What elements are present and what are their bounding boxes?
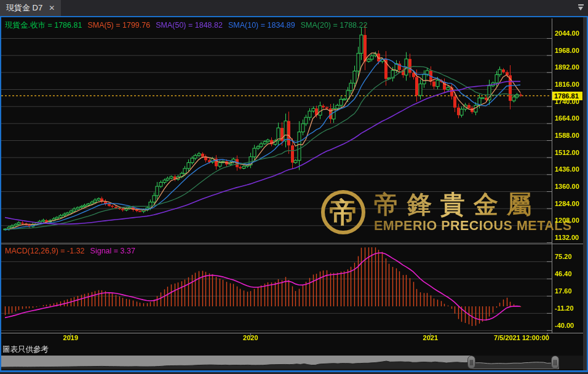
macd-tick-label: -11.20	[555, 304, 574, 312]
price-tick-label: 1588.00	[555, 132, 579, 139]
tab-bar: 現貨金 D7 ✕	[0, 0, 588, 16]
tab-close-icon[interactable]: ✕	[49, 4, 55, 12]
macd-tick-label: 75.20	[555, 253, 572, 260]
watermark-chinese-name: 帝鋒貴金屬	[374, 188, 550, 221]
disclaimer-text: 圖表只供參考	[2, 344, 49, 355]
price-tick-label: 2044.00	[555, 30, 579, 37]
indicator-value-3: SMA(10) = 1834.89	[228, 21, 295, 30]
time-tick-label: 2020	[243, 334, 258, 341]
trading-app-window: 現貨金 D7 ✕ 現貨金.收市 = 1786.81SMA(5) = 1799.7…	[0, 0, 588, 374]
time-tick-label: 7/5/2021 12:00:00	[494, 334, 549, 341]
indicator-value-4: SMA(20) = 1788.22	[301, 21, 368, 30]
price-tick-label: 1816.00	[555, 81, 579, 88]
macd-indicator-header: MACD(12,26,9) = -1.32Signal = 3.37	[5, 247, 141, 255]
watermark: 帝 帝鋒貴金屬 EMPERIO PRECIOUS METALS	[317, 186, 551, 239]
indicator-value-1: SMA(5) = 1799.76	[87, 21, 150, 30]
indicator-value-2: SMA(50) = 1848.82	[156, 21, 223, 30]
tab-label: 現貨金 D7	[6, 2, 42, 14]
price-tick-label: 1512.00	[555, 149, 579, 156]
price-tick-label: 1360.00	[555, 183, 579, 190]
main-indicator-header: 現貨金.收市 = 1786.81SMA(5) = 1799.76SMA(50) …	[5, 20, 373, 31]
watermark-english-name: EMPERIO PRECIOUS METALS	[374, 218, 572, 234]
overview-range-handle-left[interactable]	[467, 356, 475, 369]
tab-spot-gold-d7[interactable]: 現貨金 D7 ✕	[0, 0, 61, 16]
time-tick-label: 2021	[423, 334, 438, 341]
macd-value-1: Signal = 3.37	[90, 247, 135, 255]
last-price-badge: 1786.81	[552, 92, 582, 100]
emperio-logo-icon: 帝	[321, 190, 365, 234]
price-tick-label: 1664.00	[555, 114, 579, 122]
indicator-value-0: 現貨金.收市 = 1786.81	[5, 21, 82, 30]
time-tick-label: 2019	[63, 334, 78, 341]
tab-list-dropdown-icon[interactable]	[577, 4, 584, 12]
macd-tick-label: 46.40	[555, 270, 572, 277]
macd-tick-label: 17.60	[555, 287, 572, 295]
right-scrollbar-strip[interactable]	[583, 17, 587, 370]
price-tick-label: 1208.00	[555, 217, 579, 224]
macd-tick-label: -40.00	[555, 322, 574, 329]
price-tick-label: 1968.00	[555, 47, 579, 54]
price-tick-label: 1132.00	[555, 234, 579, 241]
price-tick-label: 1436.00	[555, 165, 579, 173]
macd-value-0: MACD(12,26,9) = -1.32	[5, 247, 85, 255]
overview-range-handle-right[interactable]	[551, 356, 559, 369]
price-tick-label: 1892.00	[555, 63, 579, 71]
price-tick-label: 1284.00	[555, 200, 579, 207]
